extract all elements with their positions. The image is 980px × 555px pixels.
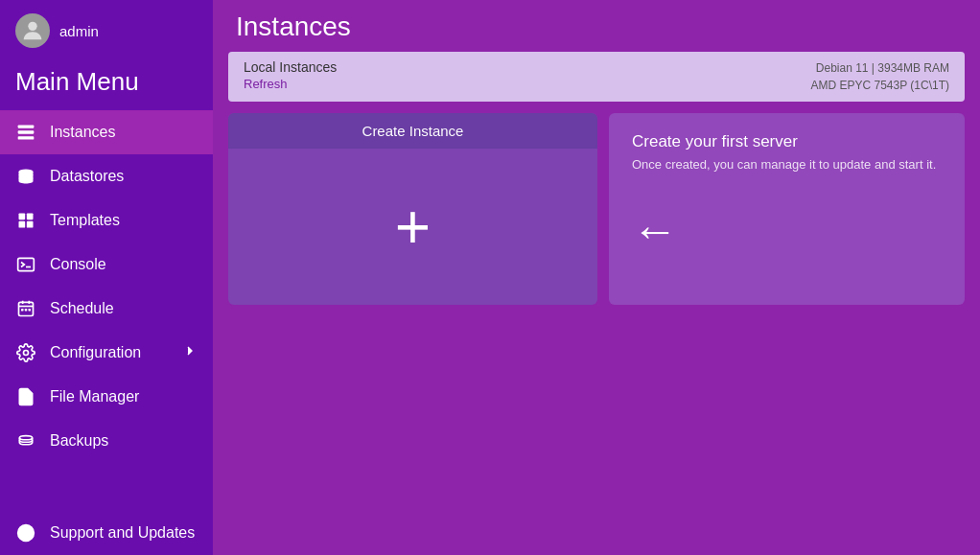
sidebar-item-console[interactable]: Console	[0, 243, 213, 287]
sidebar-item-label: Console	[50, 256, 106, 273]
first-server-card: Create your first server Once created, y…	[609, 113, 965, 305]
svg-rect-8	[27, 221, 34, 228]
sidebar-item-label: Instances	[50, 124, 115, 141]
create-instance-header: Create Instance	[228, 113, 597, 149]
sidebar-item-label: Backups	[50, 432, 108, 450]
page-title: Instances	[213, 0, 980, 52]
system-info: Debian 11 | 3934MB RAM AMD EPYC 7543P (1…	[811, 59, 950, 94]
sidebar-item-label: File Manager	[50, 388, 139, 405]
file-manager-icon	[15, 387, 36, 406]
svg-rect-13	[29, 309, 32, 312]
svg-rect-5	[19, 214, 26, 220]
svg-rect-12	[25, 309, 28, 312]
schedule-icon	[15, 299, 36, 318]
username: admin	[59, 23, 99, 39]
sidebar-item-label: Schedule	[50, 300, 114, 317]
configuration-icon	[15, 343, 36, 362]
sidebar-item-label: Support and Updates	[50, 524, 195, 542]
sidebar-item-label: Templates	[50, 212, 120, 229]
sidebar-item-templates[interactable]: Templates	[0, 198, 213, 243]
svg-point-0	[28, 22, 36, 31]
local-instances-label: Local Instances	[244, 59, 337, 75]
sidebar-item-configuration[interactable]: Configuration	[0, 331, 213, 375]
console-icon	[15, 255, 36, 274]
cards-row: Create Instance + Create your first serv…	[228, 113, 965, 305]
svg-point-14	[24, 351, 29, 356]
sidebar-nav: Instances Datastores Templates Console	[0, 110, 213, 555]
refresh-link[interactable]: Refresh	[244, 77, 288, 91]
svg-rect-2	[18, 130, 35, 133]
chevron-right-icon	[182, 343, 198, 362]
svg-rect-1	[18, 126, 35, 128]
sidebar-item-label: Datastores	[50, 168, 124, 185]
sidebar-item-schedule[interactable]: Schedule	[0, 287, 213, 331]
instances-icon	[15, 123, 36, 142]
svg-rect-9	[18, 258, 35, 270]
sidebar-item-instances[interactable]: Instances	[0, 110, 213, 154]
svg-rect-7	[19, 221, 26, 228]
plus-icon: +	[395, 197, 431, 258]
sidebar: admin Main Menu Instances Datastores Tem…	[0, 0, 213, 555]
support-icon	[15, 523, 36, 543]
first-server-description: Once created, you can manage it to updat…	[632, 157, 942, 172]
sidebar-item-backups[interactable]: Backups	[0, 419, 213, 463]
svg-point-15	[19, 436, 32, 440]
user-profile[interactable]: admin	[0, 0, 213, 61]
svg-rect-6	[27, 214, 34, 220]
backups-icon	[15, 431, 36, 451]
local-instances-bar: Local Instances Refresh Debian 11 | 3934…	[228, 52, 965, 102]
templates-icon	[15, 211, 36, 230]
sidebar-item-support[interactable]: Support and Updates	[0, 511, 213, 555]
system-info-line1: Debian 11 | 3934MB RAM	[816, 61, 949, 75]
sidebar-item-datastores[interactable]: Datastores	[0, 154, 213, 198]
sidebar-title: Main Menu	[0, 61, 213, 110]
svg-rect-11	[21, 309, 24, 312]
first-server-title: Create your first server	[632, 132, 942, 151]
sidebar-item-label: Configuration	[50, 344, 141, 361]
system-info-line2: AMD EPYC 7543P (1C\1T)	[811, 79, 950, 92]
arrow-left-icon: ←	[632, 204, 678, 257]
create-instance-body: +	[228, 149, 597, 305]
svg-rect-3	[18, 136, 35, 139]
sidebar-item-file-manager[interactable]: File Manager	[0, 375, 213, 419]
create-instance-card[interactable]: Create Instance +	[228, 113, 597, 305]
main-content: Instances Local Instances Refresh Debian…	[213, 0, 980, 555]
avatar	[15, 13, 50, 48]
datastores-icon	[15, 167, 36, 186]
